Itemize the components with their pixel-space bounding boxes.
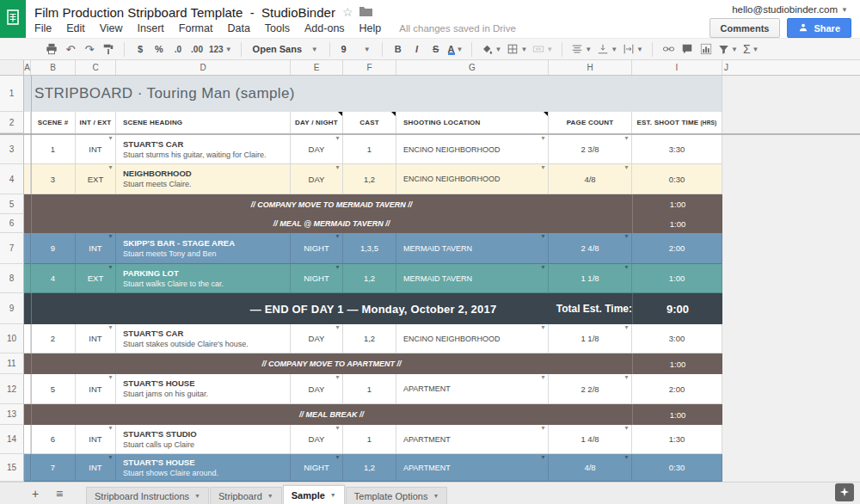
menu-tools[interactable]: Tools <box>265 22 290 34</box>
sheets-home-button[interactable] <box>0 0 26 38</box>
cell-shooting-location[interactable]: APARTMENT▼ <box>396 374 549 404</box>
cell-shooting-location[interactable]: ENCINO NEIGHBORHOOD▼ <box>396 164 549 194</box>
empty-grid-area[interactable] <box>722 425 860 454</box>
dropdown-arrow-icon[interactable]: ▼ <box>540 374 546 381</box>
functions-icon[interactable]: Σ▼ <box>741 40 761 58</box>
header-shooting-location[interactable]: SHOOTING LOCATION <box>396 112 549 133</box>
dropdown-arrow-icon[interactable]: ▼ <box>624 454 630 461</box>
cell-scene-number[interactable]: 4 <box>31 264 76 293</box>
cell-int-ext[interactable]: EXT▼ <box>76 264 116 293</box>
cell-scene-number[interactable]: 3 <box>31 164 76 194</box>
tab-dropdown-icon[interactable]: ▼ <box>194 493 200 499</box>
empty-grid-area[interactable] <box>722 404 860 425</box>
cell-page-count[interactable]: 4/8▼ <box>549 454 632 482</box>
font-family-select[interactable]: Open Sans▼ <box>249 40 322 58</box>
text-color-button[interactable]: A▼ <box>446 40 465 58</box>
cell-a[interactable] <box>24 374 31 404</box>
row-header-14[interactable]: 14 <box>0 425 24 454</box>
dropdown-arrow-icon[interactable]: ▼ <box>540 164 546 171</box>
dropdown-arrow-icon[interactable]: ▼ <box>540 135 546 142</box>
cell-a[interactable] <box>24 425 31 454</box>
column-header-A[interactable]: A <box>24 60 31 75</box>
insert-link-icon[interactable] <box>660 40 677 58</box>
increase-decimals-button[interactable]: .00 <box>188 40 206 58</box>
strikethrough-button[interactable]: S <box>427 40 445 58</box>
row-header-5[interactable]: 5 <box>0 194 24 214</box>
cell-int-ext[interactable]: INT▼ <box>76 425 116 454</box>
header-page-count[interactable]: PAGE COUNT <box>549 112 632 133</box>
cell-int-ext[interactable]: INT▼ <box>76 324 116 353</box>
cell-est-shoot-time[interactable]: 3:00 <box>632 324 722 353</box>
cell-shooting-location[interactable]: MERMAID TAVERN▼ <box>396 233 549 264</box>
cell-a[interactable] <box>24 264 31 293</box>
row-header-11[interactable]: 11 <box>0 353 24 374</box>
tab-template-options[interactable]: Template Options▼ <box>346 487 448 504</box>
add-sheet-button[interactable]: + <box>26 485 45 502</box>
empty-grid-area[interactable] <box>722 324 860 353</box>
cell-day-night[interactable]: DAY▼ <box>291 374 343 404</box>
cell-int-ext[interactable]: INT▼ <box>76 374 116 404</box>
cell-est-shoot-time[interactable]: 1:00 <box>632 194 722 214</box>
row-header-12[interactable]: 12 <box>0 374 24 404</box>
cell-page-count[interactable]: 1 1/8▼ <box>549 264 632 293</box>
column-header-E[interactable]: E <box>291 60 343 75</box>
chevron-down-icon[interactable]: ▼ <box>841 6 848 14</box>
cell-scene-number[interactable]: 6 <box>31 425 76 454</box>
dropdown-arrow-icon[interactable]: ▼ <box>108 324 114 331</box>
cell-shooting-location[interactable]: APARTMENT▼ <box>396 454 549 482</box>
cell-page-count[interactable]: 1 1/8▼ <box>549 324 632 353</box>
cell-day-night[interactable]: NIGHT▼ <box>291 264 343 293</box>
empty-grid-area[interactable] <box>722 233 860 264</box>
cell-day-night[interactable]: DAY▼ <box>291 135 343 164</box>
merge-cells-icon[interactable]: ▼ <box>531 40 555 58</box>
star-icon[interactable]: ☆ <box>342 6 353 18</box>
cell-day-night[interactable]: DAY▼ <box>291 425 343 454</box>
undo-icon[interactable]: ↶ <box>62 40 79 58</box>
header-cast[interactable]: CAST <box>343 112 396 133</box>
cell-scene-number[interactable]: 5 <box>31 374 76 404</box>
vertical-align-icon[interactable]: ▼ <box>595 40 619 58</box>
account-email[interactable]: hello@studiobinder.com <box>732 4 838 15</box>
cell-page-count[interactable]: 1 4/8▼ <box>549 425 632 454</box>
dropdown-arrow-icon[interactable]: ▼ <box>624 425 630 432</box>
cell-est-shoot-time[interactable]: 0:30 <box>632 164 722 194</box>
cell-page-count[interactable]: 2 2/8▼ <box>549 374 632 404</box>
cell-a[interactable] <box>24 164 31 194</box>
cell-scene-heading[interactable]: NEIGHBORHOOD Stuart meets Claire. <box>116 164 291 194</box>
row-header-13[interactable]: 13 <box>0 404 24 425</box>
cell-int-ext[interactable]: INT▼ <box>76 233 116 264</box>
comments-button[interactable]: Comments <box>710 18 781 38</box>
column-header-I[interactable]: I <box>632 60 722 75</box>
number-format-menu[interactable]: 123▼ <box>207 40 234 58</box>
dropdown-arrow-icon[interactable]: ▼ <box>108 264 114 271</box>
cell-cast[interactable]: 1,2 <box>343 454 396 482</box>
cell-int-ext[interactable]: INT▼ <box>76 454 116 482</box>
dropdown-arrow-icon[interactable]: ▼ <box>624 264 630 271</box>
menu-data[interactable]: Data <box>227 22 249 34</box>
cell-shooting-location[interactable]: ENCINO NEIGHBORHOOD▼ <box>396 135 549 164</box>
cell-day-night[interactable]: DAY▼ <box>291 324 343 353</box>
empty-grid-area[interactable] <box>722 264 860 293</box>
cell-scene-heading[interactable]: STUART'S CAR Stuart stakes outside Clair… <box>116 324 291 353</box>
cell-est-shoot-time[interactable]: 2:00 <box>632 233 722 264</box>
cell-scene-heading[interactable]: SKIPP'S BAR - STAGE AREA Stuart meets To… <box>116 233 291 264</box>
fill-color-icon[interactable]: ▼ <box>479 40 503 58</box>
cell-day-night[interactable]: DAY▼ <box>291 164 343 194</box>
row-header-6[interactable]: 6 <box>0 214 24 233</box>
dropdown-arrow-icon[interactable]: ▼ <box>108 135 114 142</box>
menu-view[interactable]: View <box>100 22 123 34</box>
dropdown-arrow-icon[interactable]: ▼ <box>540 264 546 271</box>
cell-a[interactable] <box>24 233 31 264</box>
header-scene-[interactable]: SCENE # <box>31 112 76 133</box>
row-header-15[interactable]: 15 <box>0 454 24 482</box>
dropdown-arrow-icon[interactable]: ▼ <box>624 164 630 171</box>
percent-format-button[interactable]: % <box>150 40 168 58</box>
empty-grid-area[interactable] <box>722 135 860 164</box>
cell-cast[interactable]: 1 <box>343 374 396 404</box>
empty-grid-area[interactable] <box>722 293 860 324</box>
cell-est-shoot-time[interactable]: 0:30 <box>632 454 722 482</box>
row-header-4[interactable]: 4 <box>0 164 24 194</box>
total-est-time-value[interactable]: 9:00 <box>632 293 722 324</box>
company-move-banner[interactable]: // MEAL @ MERMAID TAVERN // <box>31 214 632 233</box>
dropdown-arrow-icon[interactable]: ▼ <box>108 425 114 432</box>
